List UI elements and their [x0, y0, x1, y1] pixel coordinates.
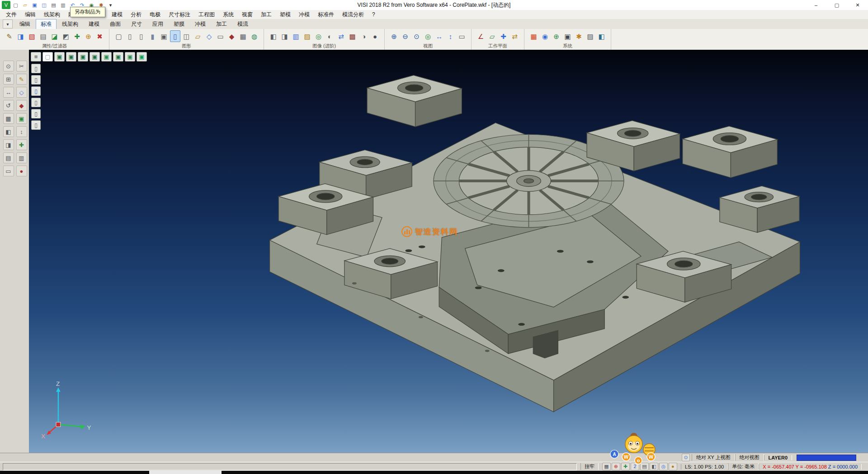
- workplane-icon[interactable]: ▱: [487, 30, 497, 42]
- shaded-display-icon[interactable]: ▣: [159, 30, 169, 42]
- cylinder-view-3-icon[interactable]: ▯: [31, 86, 41, 96]
- tab-10[interactable]: 模流: [232, 19, 253, 29]
- viewport-blank-view-icon[interactable]: ▢: [42, 52, 53, 62]
- diamond-snap-icon[interactable]: ◇: [16, 87, 27, 98]
- tab-8[interactable]: 冲模: [190, 19, 211, 29]
- zoom-in-icon[interactable]: ⊕: [389, 30, 399, 42]
- workplane-angle-icon[interactable]: ∠: [476, 30, 486, 42]
- cylinder-view-1-icon[interactable]: ▯: [31, 64, 41, 73]
- stretch-icon[interactable]: ↕: [16, 126, 27, 137]
- copy-attributes-icon[interactable]: ◨: [15, 30, 26, 42]
- refresh-view-icon[interactable]: ◎: [423, 30, 433, 42]
- add-geometry-icon[interactable]: ✚: [16, 139, 27, 150]
- viewport-menu-icon[interactable]: ≡: [31, 52, 41, 62]
- columns-icon[interactable]: ▥: [16, 152, 27, 163]
- menu-item-0[interactable]: 文件: [2, 11, 21, 19]
- match-properties-icon[interactable]: ✎: [4, 30, 14, 42]
- menu-item-1[interactable]: 编辑: [21, 11, 40, 19]
- hatch-icon[interactable]: ▨: [302, 30, 312, 42]
- view-cube-front-icon[interactable]: ▣: [78, 52, 88, 62]
- menu-item-17[interactable]: ?: [368, 11, 379, 18]
- cylinder-view-2-icon[interactable]: ▯: [31, 75, 41, 85]
- solid-icon[interactable]: ▣: [16, 113, 27, 124]
- globe-icon[interactable]: ◉: [540, 30, 550, 42]
- save-as-icon[interactable]: ◫: [40, 1, 48, 9]
- layers-icon[interactable]: ▤: [3, 152, 14, 163]
- view-search-icon[interactable]: ⊙: [682, 454, 690, 461]
- layer-filter-icon[interactable]: ▤: [38, 30, 48, 42]
- toolbar-dropdown-icon[interactable]: ▾: [106, 1, 115, 9]
- solid-cylinder-icon[interactable]: ▮: [147, 30, 158, 42]
- keypoint-icon[interactable]: ◆: [16, 100, 27, 111]
- active-layer-indicator[interactable]: LAYER0: [764, 455, 792, 460]
- tab-2[interactable]: 线架构: [57, 19, 83, 29]
- menu-item-10[interactable]: 系统: [219, 11, 238, 19]
- cylinder-view-5-icon[interactable]: ▯: [31, 109, 41, 118]
- bar-display-icon[interactable]: ▭: [215, 30, 226, 42]
- add-system-icon[interactable]: ⊕: [551, 30, 561, 42]
- menu-item-2[interactable]: 线架构: [40, 11, 64, 19]
- pan-horizontal-icon[interactable]: ↔: [434, 30, 444, 42]
- menu-item-7[interactable]: 电极: [146, 11, 165, 19]
- move-icon[interactable]: ↔: [3, 87, 14, 98]
- active-color-swatch[interactable]: [797, 455, 856, 461]
- box-display-icon[interactable]: ◫: [181, 30, 192, 42]
- viewport-3d[interactable]: Z Y X ≡▢▣▣▣▣▣▣▣▣ ▯▯▯▯▯▯: [29, 50, 868, 453]
- half-shade-icon[interactable]: ◐: [325, 30, 335, 42]
- workplane-swap-icon[interactable]: ⇄: [509, 30, 520, 42]
- new-file-icon[interactable]: ▢: [11, 1, 20, 9]
- view-cube-right-icon[interactable]: ▣: [90, 52, 100, 62]
- save-icon[interactable]: ▣: [30, 1, 39, 9]
- open-file-icon[interactable]: ▱: [21, 1, 29, 9]
- grid-display-icon[interactable]: ▦: [238, 30, 248, 42]
- render-left-icon[interactable]: ◧: [268, 30, 278, 42]
- menu-item-8[interactable]: 尺寸标注: [165, 11, 194, 19]
- cylinder-view-6-icon[interactable]: ▯: [31, 120, 41, 130]
- dense-grid-icon[interactable]: ▩: [347, 30, 358, 42]
- cylinder-display-2-icon[interactable]: ▯: [136, 30, 146, 42]
- selection-filter-icon[interactable]: ⊕: [83, 30, 94, 42]
- color-filter-icon[interactable]: ▧: [27, 30, 37, 42]
- element-filter-icon[interactable]: ◪: [49, 30, 60, 42]
- menu-item-16[interactable]: 模流分析: [338, 11, 368, 19]
- mesh-icon[interactable]: ▦: [3, 113, 14, 124]
- dark-square-icon[interactable]: ▣: [562, 30, 573, 42]
- view-window-icon[interactable]: ▭: [457, 30, 467, 42]
- workplane-new-icon[interactable]: ✚: [498, 30, 509, 42]
- clear-filter-icon[interactable]: ✖: [94, 30, 105, 42]
- sphere-display-icon[interactable]: ◍: [249, 30, 259, 42]
- tab-0[interactable]: 编辑: [14, 19, 35, 29]
- view-cube-back-icon[interactable]: ▣: [101, 52, 112, 62]
- visi-logo-icon[interactable]: V: [2, 1, 10, 9]
- view-cube-left-icon[interactable]: ▣: [113, 52, 123, 62]
- view-cube-shaded-icon[interactable]: ▣: [137, 52, 147, 62]
- add-filter-icon[interactable]: ✚: [72, 30, 82, 42]
- point-tool-icon[interactable]: ●: [16, 166, 27, 176]
- half-left-icon[interactable]: ◧: [596, 30, 607, 42]
- cylinder-display-icon[interactable]: ▯: [125, 30, 135, 42]
- minimize-button[interactable]: –: [806, 0, 826, 10]
- menu-item-9[interactable]: 工程图: [194, 11, 219, 19]
- render-right-icon[interactable]: ◨: [279, 30, 290, 42]
- menu-item-15[interactable]: 标准件: [314, 11, 338, 19]
- close-button[interactable]: ✕: [847, 0, 868, 10]
- tab-7[interactable]: 塑膜: [169, 19, 189, 29]
- point-display-icon[interactable]: ▢: [113, 30, 124, 42]
- absolute-view-indicator[interactable]: 绝对视图: [735, 454, 764, 461]
- menu-item-11[interactable]: 视窗: [238, 11, 257, 19]
- shade-right-icon[interactable]: ◨: [3, 139, 14, 150]
- half-shade-right-icon[interactable]: ◑: [359, 30, 369, 42]
- bar-tool-icon[interactable]: ▭: [3, 166, 14, 176]
- zoom-out-icon[interactable]: ⊖: [400, 30, 410, 42]
- view-cube-bottom-icon[interactable]: ▣: [125, 52, 135, 62]
- tab-3[interactable]: 建模: [84, 19, 104, 29]
- tab-6[interactable]: 应用: [147, 19, 168, 29]
- zoom-fit-icon[interactable]: ⊙: [411, 30, 422, 42]
- trim-icon[interactable]: ✂: [16, 61, 27, 71]
- hatch-system-icon[interactable]: ▨: [585, 30, 595, 42]
- shade-left-icon[interactable]: ◧: [3, 126, 14, 137]
- cylinder-view-4-icon[interactable]: ▯: [31, 98, 41, 107]
- view-cube-top-icon[interactable]: ▣: [66, 52, 76, 62]
- tab-4[interactable]: 曲面: [105, 19, 126, 29]
- diamond-display-icon[interactable]: ◇: [204, 30, 214, 42]
